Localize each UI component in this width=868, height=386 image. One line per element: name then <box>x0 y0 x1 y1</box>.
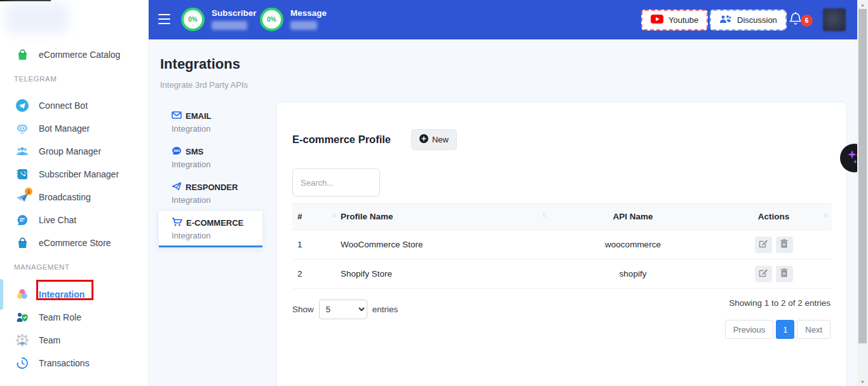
sidebar-section-telegram: TELEGRAM <box>0 68 148 90</box>
sidebar-item-label: eCommerce Catalog <box>39 50 120 60</box>
scrollbar-up-arrow[interactable]: ▲ <box>857 0 868 9</box>
previous-page-button[interactable]: Previous <box>725 320 774 339</box>
sidebar-item-label: Subscriber Manager <box>39 169 119 179</box>
sidebar-item-connect-bot[interactable]: Connect Bot <box>0 94 148 117</box>
pagination: Previous 1 Next <box>725 320 831 339</box>
message-stat-label: Message <box>290 8 327 18</box>
cart-icon <box>172 217 182 228</box>
sort-icon: ↑↓ <box>824 212 827 218</box>
menu-toggle-icon[interactable] <box>158 14 170 24</box>
discussion-button-label: Discussion <box>737 15 777 25</box>
delete-button[interactable] <box>776 266 793 282</box>
table-header-row: #↑↓ Profile Name↑↓ API Name Actions↑↓ <box>292 203 832 230</box>
next-page-button[interactable]: Next <box>797 320 831 339</box>
subnav-item-subtitle: Integration <box>172 193 262 206</box>
broadcast-badge: 1 <box>25 188 32 195</box>
sidebar-item-ecommerce-store[interactable]: eCommerce Store <box>0 231 148 254</box>
chat-bubble-icon <box>15 213 29 227</box>
sidebar-item-label: Group Manager <box>39 146 101 156</box>
subnav-sms-integration[interactable]: SMS SMS Integration <box>159 140 262 174</box>
new-button-label: New <box>432 135 449 144</box>
subnav-item-subtitle: Integration <box>172 122 262 135</box>
subnav-responder-integration[interactable]: RESPONDER Integration <box>159 176 262 210</box>
scrollbar-down-arrow[interactable]: ▼ <box>857 377 868 386</box>
browser-scrollbar[interactable]: ▲ ▼ <box>857 0 868 386</box>
sort-icon: ↑↓ <box>332 212 336 218</box>
sidebar-item-label: Team <box>39 335 60 345</box>
sidebar-item-bot-manager[interactable]: Bot Manager <box>0 117 148 140</box>
message-progress-circle: 0% <box>260 8 283 31</box>
email-icon <box>172 111 182 121</box>
subnav-item-subtitle: Integration <box>172 158 262 170</box>
api-name-cell: shopify <box>550 259 715 289</box>
shopping-bag-green-icon <box>15 48 29 62</box>
sidebar: eCommerce Catalog TELEGRAM Connect Bot B… <box>0 0 149 386</box>
youtube-button[interactable]: Youtube <box>641 10 708 31</box>
search-input[interactable] <box>292 169 380 196</box>
subnav-item-title: EMAIL <box>186 111 211 121</box>
subnav-item-title: E-COMMERCE <box>186 218 243 228</box>
app-logo-blurred <box>5 3 69 33</box>
profiles-table: #↑↓ Profile Name↑↓ API Name Actions↑↓ 1 … <box>292 203 832 289</box>
sidebar-item-label: Live Chat <box>39 215 76 225</box>
profile-name-cell: WooCommerce Store <box>341 230 550 259</box>
column-header-api-name[interactable]: API Name <box>550 203 715 230</box>
page-1-button[interactable]: 1 <box>776 320 794 339</box>
sidebar-item-label: Team Role <box>39 312 81 322</box>
discussion-button[interactable]: Discussion <box>710 10 787 31</box>
contact-book-icon <box>15 167 29 181</box>
panel-heading: E-commerce Profile <box>292 134 391 146</box>
edit-button[interactable] <box>755 266 772 282</box>
subscriber-progress-circle: 0% <box>181 8 205 31</box>
active-indicator-bar <box>0 279 3 310</box>
sidebar-item-subscriber-manager[interactable]: Subscriber Manager <box>0 163 148 186</box>
integration-subnav: EMAIL Integration SMS SMS Integration RE… <box>159 104 262 249</box>
sidebar-item-team-role[interactable]: Team Role <box>0 306 148 329</box>
sidebar-item-team[interactable]: Team <box>0 329 148 352</box>
sidebar-item-transactions[interactable]: Transactions <box>0 352 148 375</box>
sidebar-item-live-chat[interactable]: Live Chat <box>0 209 148 231</box>
trash-icon <box>780 268 788 279</box>
subscriber-stat-label: Subscriber <box>212 8 257 18</box>
sidebar-item-label: eCommerce Store <box>39 238 111 248</box>
subnav-email-integration[interactable]: EMAIL Integration <box>159 104 262 139</box>
user-avatar-blurred[interactable] <box>823 8 846 31</box>
subnav-ecommerce-integration[interactable]: E-COMMERCE Integration <box>159 211 262 247</box>
sidebar-item-broadcasting[interactable]: 1 Broadcasting <box>0 186 148 209</box>
color-circles-icon <box>15 287 29 301</box>
message-stat-value-blurred <box>290 21 317 30</box>
column-header-profile-name[interactable]: Profile Name↑↓ <box>341 203 550 230</box>
page-size-select[interactable]: 5 <box>319 300 367 319</box>
shopping-bag-blue-icon <box>15 236 29 250</box>
send-plane-icon <box>172 182 182 193</box>
sidebar-item-label: Integration <box>39 289 85 300</box>
page-title: Integrations <box>160 56 240 72</box>
youtube-icon <box>651 15 663 25</box>
ecommerce-profile-card: E-commerce Profile New #↑↓ Profile Name↑… <box>276 102 847 386</box>
edit-button[interactable] <box>755 237 772 253</box>
sidebar-item-integration[interactable]: Integration <box>0 283 148 306</box>
new-profile-button[interactable]: New <box>411 129 457 150</box>
sidebar-item-ecommerce-catalog[interactable]: eCommerce Catalog <box>0 43 148 66</box>
row-number: 2 <box>292 259 341 289</box>
notifications-bell[interactable]: 6 <box>789 11 808 31</box>
entries-label: entries <box>372 305 398 314</box>
trash-icon <box>780 239 788 250</box>
row-number: 1 <box>292 230 341 259</box>
sort-icon: ↑↓ <box>542 212 545 218</box>
sidebar-item-label: Bot Manager <box>39 123 90 134</box>
sidebar-item-group-manager[interactable]: Group Manager <box>0 140 148 163</box>
history-clock-icon <box>15 356 29 370</box>
robot-icon <box>15 121 29 135</box>
subnav-item-title: SMS <box>186 147 203 156</box>
subnav-item-title: RESPONDER <box>186 183 238 192</box>
column-header-actions[interactable]: Actions↑↓ <box>715 203 832 230</box>
column-header-num[interactable]: #↑↓ <box>292 203 341 230</box>
scrollbar-thumb[interactable] <box>858 9 867 343</box>
subnav-item-subtitle: Integration <box>172 229 262 242</box>
delete-button[interactable] <box>776 237 793 253</box>
gear-person-icon <box>15 333 29 347</box>
role-shield-icon <box>15 310 29 324</box>
api-name-cell: woocommerce <box>550 230 715 259</box>
youtube-button-label: Youtube <box>668 15 698 25</box>
